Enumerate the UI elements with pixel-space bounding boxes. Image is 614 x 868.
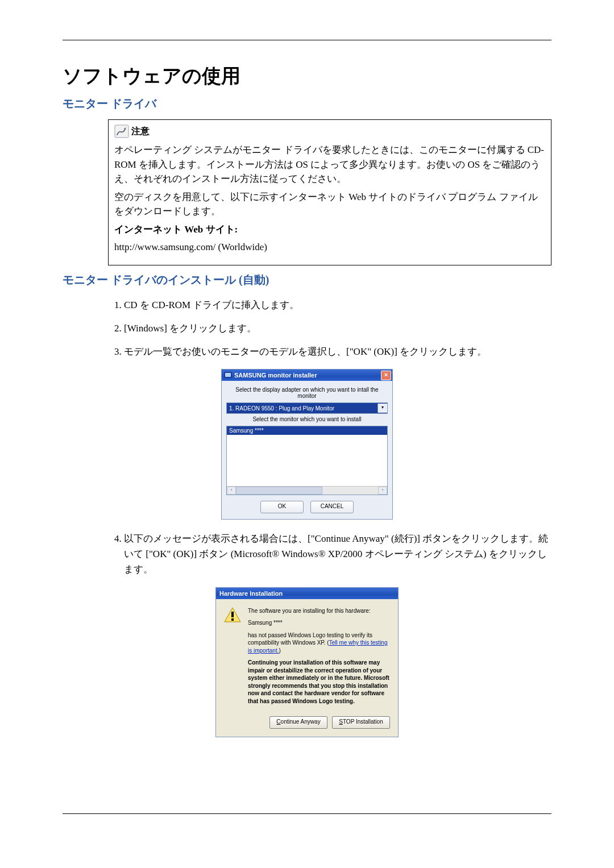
hw-line-2: Samsung ****	[248, 619, 390, 627]
installer-prompt-2: Select the monitor which you want to ins…	[226, 416, 388, 422]
continue-u: C	[276, 719, 280, 725]
adapter-dropdown-value: 1. RADEON 9550 : Plug and Play Monitor	[229, 405, 334, 412]
section-install-auto: モニター ドライバのインストール (自動)	[63, 272, 551, 288]
ok-button[interactable]: OK	[260, 501, 304, 513]
scroll-track[interactable]	[236, 487, 378, 495]
svg-rect-3	[227, 377, 229, 379]
section-monitor-driver: モニター ドライバ	[63, 96, 551, 111]
installer-prompt-1: Select the display adapter on which you …	[226, 387, 388, 399]
note-p3: インターネット Web サイト:	[114, 222, 545, 237]
hardware-message: The software you are installing for this…	[248, 607, 390, 710]
cancel-button[interactable]: CANCEL	[310, 501, 354, 513]
adapter-dropdown[interactable]: 1. RADEON 9550 : Plug and Play Monitor ▾	[226, 402, 388, 414]
note-url: http://www.samsung.com/ (Worldwide)	[114, 240, 545, 255]
hw-line-4: Continuing your installation of this sof…	[248, 659, 390, 705]
svg-rect-2	[225, 373, 231, 377]
figure-installer: SAMSUNG monitor installer × Select the d…	[63, 369, 551, 520]
page: ソフトウェアの使用 モニター ドライバ 注意 オペレーティング システムがモニタ…	[0, 0, 614, 868]
step-4: 以下のメッセージが表示される場合には、["Continue Anyway" (続…	[124, 531, 551, 578]
stop-rest: TOP Installation	[343, 719, 383, 725]
warning-icon	[224, 607, 241, 710]
steps-list-2: 以下のメッセージが表示される場合には、["Continue Anyway" (続…	[108, 531, 551, 578]
scroll-right-button[interactable]: ›	[378, 487, 387, 495]
svg-rect-5	[231, 612, 234, 617]
hardware-dialog: Hardware Installation The software you a…	[215, 587, 399, 738]
note-icon	[114, 124, 129, 138]
note-p2: 空のディスクを用意して、以下に示すインターネット Web サイトのドライバ プロ…	[114, 190, 545, 219]
note-p1: オペレーティング システムがモニター ドライバを要求したときには、このモニターに…	[114, 143, 545, 186]
scroll-thumb[interactable]	[236, 487, 322, 495]
step-1: CD を CD-ROM ドライブに挿入します。	[124, 297, 551, 313]
note-label: 注意	[131, 124, 150, 138]
hardware-titlebar[interactable]: Hardware Installation	[216, 588, 398, 599]
svg-rect-6	[231, 618, 234, 621]
hw-line-3: has not passed Windows Logo testing to v…	[248, 632, 390, 655]
hw-p3b: )	[279, 647, 280, 654]
bottom-rule	[63, 813, 551, 814]
step-2: [Windows] をクリックします。	[124, 321, 551, 336]
installer-titlebar[interactable]: SAMSUNG monitor installer ×	[222, 369, 392, 381]
steps-list: CD を CD-ROM ドライブに挿入します。 [Windows] をクリックし…	[108, 297, 551, 360]
stop-u: S	[339, 719, 343, 725]
continue-anyway-button[interactable]: Continue Anyway	[269, 716, 327, 729]
installer-title: SAMSUNG monitor installer	[234, 372, 317, 379]
top-rule	[63, 40, 551, 40]
horizontal-scrollbar[interactable]: ‹ ›	[227, 486, 387, 495]
hw-line-1: The software you are installing for this…	[248, 607, 390, 615]
stop-installation-button[interactable]: STOP Installation	[332, 716, 390, 729]
scroll-left-button[interactable]: ‹	[227, 487, 236, 495]
figure-hardware-dialog: Hardware Installation The software you a…	[63, 587, 551, 738]
monitor-listbox[interactable]: Samsung **** ‹ ›	[226, 426, 388, 495]
close-button[interactable]: ×	[381, 371, 391, 380]
installer-window: SAMSUNG monitor installer × Select the d…	[221, 369, 393, 520]
svg-rect-0	[115, 125, 128, 138]
continue-rest: ontinue Anyway	[281, 719, 321, 725]
step-3: モデル一覧でお使いのモニターのモデルを選択し、["OK" (OK)] をクリック…	[124, 344, 551, 359]
chevron-down-icon[interactable]: ▾	[377, 404, 387, 413]
page-title: ソフトウェアの使用	[63, 63, 551, 89]
app-icon	[224, 371, 232, 379]
list-item[interactable]: Samsung ****	[227, 426, 387, 435]
note-box: 注意 オペレーティング システムがモニター ドライバを要求したときには、このモニ…	[108, 119, 551, 265]
